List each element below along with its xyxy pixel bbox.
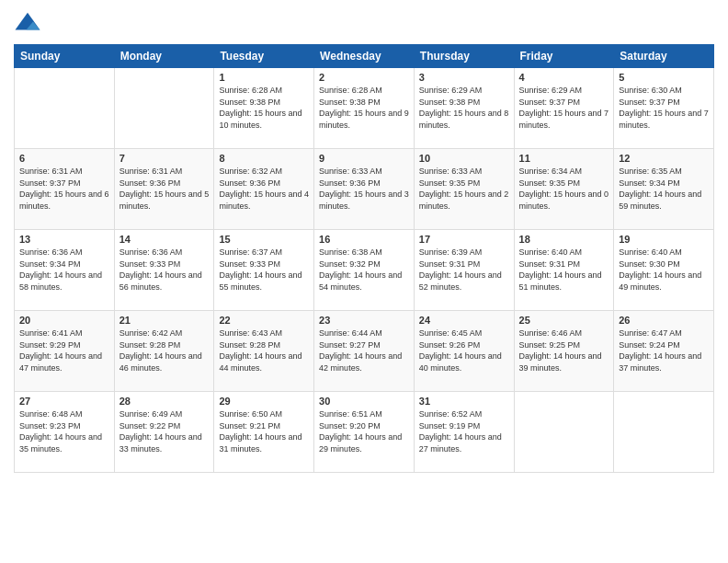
day-number: 14 [119,234,210,245]
calendar-cell: 12Sunrise: 6:35 AM Sunset: 9:34 PM Dayli… [614,149,714,230]
calendar-cell: 10Sunrise: 6:33 AM Sunset: 9:35 PM Dayli… [414,149,514,230]
day-info: Sunrise: 6:33 AM Sunset: 9:35 PM Dayligh… [419,166,509,212]
day-info: Sunrise: 6:36 AM Sunset: 9:33 PM Dayligh… [119,247,210,293]
day-info: Sunrise: 6:43 AM Sunset: 9:28 PM Dayligh… [219,327,309,373]
day-info: Sunrise: 6:42 AM Sunset: 9:28 PM Dayligh… [119,327,210,373]
day-info: Sunrise: 6:45 AM Sunset: 9:26 PM Dayligh… [419,327,509,373]
calendar-header-monday: Monday [114,45,214,68]
calendar-week-row: 20Sunrise: 6:41 AM Sunset: 9:29 PM Dayli… [15,311,714,392]
day-info: Sunrise: 6:33 AM Sunset: 9:36 PM Dayligh… [319,166,409,212]
day-info: Sunrise: 6:31 AM Sunset: 9:36 PM Dayligh… [119,166,210,212]
day-info: Sunrise: 6:34 AM Sunset: 9:35 PM Dayligh… [519,166,609,212]
day-number: 26 [619,315,709,326]
day-number: 15 [219,234,309,245]
calendar-cell: 21Sunrise: 6:42 AM Sunset: 9:28 PM Dayli… [114,311,214,392]
calendar-cell: 8Sunrise: 6:32 AM Sunset: 9:36 PM Daylig… [214,149,314,230]
logo-icon [14,9,41,37]
day-info: Sunrise: 6:51 AM Sunset: 9:20 PM Dayligh… [319,408,409,454]
calendar-table: SundayMondayTuesdayWednesdayThursdayFrid… [14,44,714,473]
calendar-cell: 28Sunrise: 6:49 AM Sunset: 9:22 PM Dayli… [114,392,214,473]
calendar-cell: 18Sunrise: 6:40 AM Sunset: 9:31 PM Dayli… [514,230,614,311]
day-info: Sunrise: 6:30 AM Sunset: 9:37 PM Dayligh… [619,85,709,131]
calendar-cell: 16Sunrise: 6:38 AM Sunset: 9:32 PM Dayli… [314,230,415,311]
calendar-cell: 9Sunrise: 6:33 AM Sunset: 9:36 PM Daylig… [314,149,415,230]
day-number: 27 [19,396,109,407]
day-info: Sunrise: 6:37 AM Sunset: 9:33 PM Dayligh… [219,247,309,293]
day-number: 19 [619,234,709,245]
calendar-cell: 27Sunrise: 6:48 AM Sunset: 9:23 PM Dayli… [15,392,115,473]
day-info: Sunrise: 6:50 AM Sunset: 9:21 PM Dayligh… [219,408,309,454]
calendar-cell: 30Sunrise: 6:51 AM Sunset: 9:20 PM Dayli… [314,392,415,473]
calendar-cell: 6Sunrise: 6:31 AM Sunset: 9:37 PM Daylig… [15,149,115,230]
day-number: 24 [419,315,509,326]
day-number: 12 [619,153,709,164]
day-info: Sunrise: 6:38 AM Sunset: 9:32 PM Dayligh… [319,247,409,293]
day-info: Sunrise: 6:52 AM Sunset: 9:19 PM Dayligh… [419,408,509,454]
calendar-cell: 14Sunrise: 6:36 AM Sunset: 9:33 PM Dayli… [114,230,214,311]
calendar-cell [614,392,714,473]
day-number: 30 [319,396,409,407]
calendar-header-sunday: Sunday [15,45,115,68]
day-info: Sunrise: 6:28 AM Sunset: 9:38 PM Dayligh… [219,85,309,131]
day-info: Sunrise: 6:49 AM Sunset: 9:22 PM Dayligh… [119,408,210,454]
calendar-week-row: 1Sunrise: 6:28 AM Sunset: 9:38 PM Daylig… [15,68,714,149]
calendar-header-friday: Friday [514,45,614,68]
day-info: Sunrise: 6:48 AM Sunset: 9:23 PM Dayligh… [19,408,109,454]
day-info: Sunrise: 6:35 AM Sunset: 9:34 PM Dayligh… [619,166,709,212]
day-number: 5 [619,72,709,83]
day-number: 20 [19,315,109,326]
day-number: 17 [419,234,509,245]
calendar-cell: 7Sunrise: 6:31 AM Sunset: 9:36 PM Daylig… [114,149,214,230]
day-info: Sunrise: 6:40 AM Sunset: 9:30 PM Dayligh… [619,247,709,293]
calendar-cell: 31Sunrise: 6:52 AM Sunset: 9:19 PM Dayli… [414,392,514,473]
day-number: 23 [319,315,409,326]
day-info: Sunrise: 6:44 AM Sunset: 9:27 PM Dayligh… [319,327,409,373]
day-number: 8 [219,153,309,164]
day-number: 13 [19,234,109,245]
day-info: Sunrise: 6:39 AM Sunset: 9:31 PM Dayligh… [419,247,509,293]
day-number: 11 [519,153,609,164]
calendar-cell: 11Sunrise: 6:34 AM Sunset: 9:35 PM Dayli… [514,149,614,230]
day-number: 4 [519,72,609,83]
day-info: Sunrise: 6:31 AM Sunset: 9:37 PM Dayligh… [19,166,109,212]
day-number: 2 [319,72,409,83]
day-number: 25 [519,315,609,326]
calendar-cell: 26Sunrise: 6:47 AM Sunset: 9:24 PM Dayli… [614,311,714,392]
day-number: 29 [219,396,309,407]
day-number: 7 [119,153,210,164]
day-number: 3 [419,72,509,83]
page-header [14,9,714,37]
calendar-week-row: 6Sunrise: 6:31 AM Sunset: 9:37 PM Daylig… [15,149,714,230]
day-info: Sunrise: 6:47 AM Sunset: 9:24 PM Dayligh… [619,327,709,373]
day-info: Sunrise: 6:28 AM Sunset: 9:38 PM Dayligh… [319,85,409,131]
calendar-week-row: 13Sunrise: 6:36 AM Sunset: 9:34 PM Dayli… [15,230,714,311]
day-number: 22 [219,315,309,326]
calendar-header-row: SundayMondayTuesdayWednesdayThursdayFrid… [15,45,714,68]
calendar-cell: 5Sunrise: 6:30 AM Sunset: 9:37 PM Daylig… [614,68,714,149]
calendar-cell: 17Sunrise: 6:39 AM Sunset: 9:31 PM Dayli… [414,230,514,311]
day-number: 9 [319,153,409,164]
day-info: Sunrise: 6:29 AM Sunset: 9:38 PM Dayligh… [419,85,509,131]
calendar-cell [514,392,614,473]
calendar-cell: 4Sunrise: 6:29 AM Sunset: 9:37 PM Daylig… [514,68,614,149]
calendar-cell: 3Sunrise: 6:29 AM Sunset: 9:38 PM Daylig… [414,68,514,149]
day-info: Sunrise: 6:36 AM Sunset: 9:34 PM Dayligh… [19,247,109,293]
calendar-cell: 2Sunrise: 6:28 AM Sunset: 9:38 PM Daylig… [314,68,415,149]
day-info: Sunrise: 6:41 AM Sunset: 9:29 PM Dayligh… [19,327,109,373]
calendar-cell: 15Sunrise: 6:37 AM Sunset: 9:33 PM Dayli… [214,230,314,311]
calendar-cell: 25Sunrise: 6:46 AM Sunset: 9:25 PM Dayli… [514,311,614,392]
calendar-cell [15,68,115,149]
day-number: 1 [219,72,309,83]
calendar-header-saturday: Saturday [614,45,714,68]
calendar-cell: 24Sunrise: 6:45 AM Sunset: 9:26 PM Dayli… [414,311,514,392]
calendar-cell: 23Sunrise: 6:44 AM Sunset: 9:27 PM Dayli… [314,311,415,392]
day-number: 16 [319,234,409,245]
calendar-cell: 22Sunrise: 6:43 AM Sunset: 9:28 PM Dayli… [214,311,314,392]
day-number: 6 [19,153,109,164]
calendar-header-tuesday: Tuesday [214,45,314,68]
calendar-cell: 13Sunrise: 6:36 AM Sunset: 9:34 PM Dayli… [15,230,115,311]
calendar-week-row: 27Sunrise: 6:48 AM Sunset: 9:23 PM Dayli… [15,392,714,473]
day-info: Sunrise: 6:32 AM Sunset: 9:36 PM Dayligh… [219,166,309,212]
calendar-cell: 19Sunrise: 6:40 AM Sunset: 9:30 PM Dayli… [614,230,714,311]
day-info: Sunrise: 6:46 AM Sunset: 9:25 PM Dayligh… [519,327,609,373]
